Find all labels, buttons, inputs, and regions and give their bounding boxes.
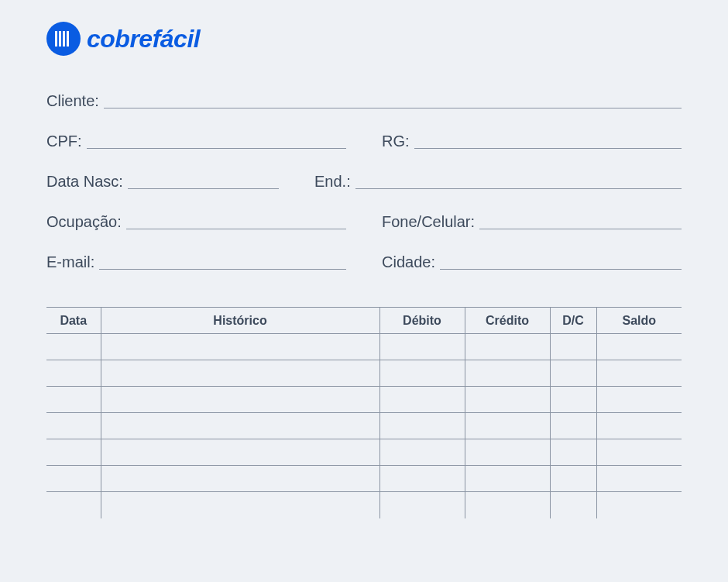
input-fone-line[interactable] (479, 229, 682, 229)
table-cell[interactable] (101, 439, 379, 466)
table-cell[interactable] (379, 439, 465, 466)
table-cell[interactable] (101, 492, 379, 518)
table-cell[interactable] (379, 466, 465, 492)
table-cell[interactable] (550, 413, 596, 439)
table-cell[interactable] (465, 334, 550, 360)
label-data-nasc: Data Nasc: (46, 174, 123, 189)
table-cell[interactable] (465, 387, 550, 413)
table-cell[interactable] (101, 413, 379, 439)
table-cell[interactable] (46, 492, 101, 518)
input-email-line[interactable] (99, 269, 346, 270)
table-cell[interactable] (550, 492, 596, 518)
field-email: E-mail: (46, 254, 346, 270)
table-row (46, 413, 682, 439)
table-row (46, 334, 682, 360)
table-cell[interactable] (46, 466, 101, 492)
table-cell[interactable] (465, 413, 550, 439)
table-cell[interactable] (596, 360, 682, 387)
field-cpf: CPF: (46, 133, 346, 149)
table-cell[interactable] (101, 387, 379, 413)
table-cell[interactable] (550, 360, 596, 387)
input-rg-line[interactable] (414, 148, 682, 149)
table-cell[interactable] (46, 387, 101, 413)
table-cell[interactable] (46, 439, 101, 466)
table-cell[interactable] (550, 334, 596, 360)
col-header-credito: Crédito (465, 308, 550, 334)
table-cell[interactable] (379, 360, 465, 387)
table-row (46, 466, 682, 492)
label-ocupacao: Ocupação: (46, 214, 122, 229)
table-cell[interactable] (465, 466, 550, 492)
table-cell[interactable] (379, 413, 465, 439)
table-cell[interactable] (465, 360, 550, 387)
col-header-debito: Débito (379, 308, 465, 334)
barcode-icon (46, 22, 81, 56)
ledger-table: Data Histórico Débito Crédito D/C Saldo (46, 307, 682, 518)
input-cliente-line[interactable] (104, 108, 682, 108)
label-cpf: CPF: (46, 133, 82, 149)
client-form: Cliente: CPF: RG: Data Nasc: End.: Ocupa… (46, 93, 682, 270)
col-header-dc: D/C (550, 308, 596, 334)
label-cidade: Cidade: (382, 254, 435, 270)
label-cliente: Cliente: (46, 93, 99, 108)
field-end: End.: (314, 174, 682, 189)
input-cpf-line[interactable] (87, 148, 346, 149)
table-cell[interactable] (101, 360, 379, 387)
input-data-nasc-line[interactable] (128, 188, 279, 189)
field-rg: RG: (382, 133, 682, 149)
brand-name: cobrefácil (87, 25, 200, 53)
svg-rect-1 (55, 31, 57, 46)
svg-rect-2 (59, 31, 61, 46)
table-cell[interactable] (46, 360, 101, 387)
svg-rect-3 (63, 31, 65, 46)
table-row (46, 439, 682, 466)
table-cell[interactable] (596, 413, 682, 439)
brand-logo: cobrefácil (46, 22, 682, 56)
table-cell[interactable] (596, 492, 682, 518)
field-cliente: Cliente: (46, 93, 682, 108)
col-header-data: Data (46, 308, 101, 334)
table-cell[interactable] (379, 492, 465, 518)
table-row (46, 387, 682, 413)
col-header-saldo: Saldo (596, 308, 682, 334)
field-data-nasc: Data Nasc: (46, 174, 279, 189)
table-cell[interactable] (550, 466, 596, 492)
table-cell[interactable] (596, 387, 682, 413)
label-end: End.: (314, 174, 351, 189)
table-cell[interactable] (379, 387, 465, 413)
table-row (46, 492, 682, 518)
table-cell[interactable] (550, 439, 596, 466)
input-cidade-line[interactable] (440, 269, 682, 270)
table-row (46, 360, 682, 387)
field-cidade: Cidade: (382, 254, 682, 270)
table-cell[interactable] (46, 334, 101, 360)
field-ocupacao: Ocupação: (46, 214, 346, 229)
table-cell[interactable] (379, 334, 465, 360)
label-fone: Fone/Celular: (382, 214, 475, 229)
table-cell[interactable] (596, 334, 682, 360)
label-rg: RG: (382, 133, 410, 149)
table-cell[interactable] (596, 466, 682, 492)
col-header-historico: Histórico (101, 308, 379, 334)
table-cell[interactable] (596, 439, 682, 466)
svg-rect-4 (67, 31, 69, 46)
input-end-line[interactable] (355, 188, 682, 189)
field-fone: Fone/Celular: (382, 214, 682, 229)
table-cell[interactable] (46, 413, 101, 439)
table-cell[interactable] (550, 387, 596, 413)
input-ocupacao-line[interactable] (126, 229, 346, 229)
label-email: E-mail: (46, 254, 94, 270)
table-cell[interactable] (101, 466, 379, 492)
table-cell[interactable] (465, 492, 550, 518)
table-cell[interactable] (101, 334, 379, 360)
table-cell[interactable] (465, 439, 550, 466)
